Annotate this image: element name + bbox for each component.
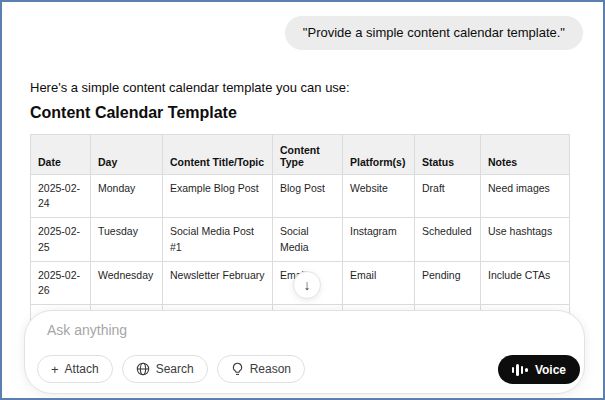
cell-notes: Use hashtags (481, 218, 570, 261)
attach-button[interactable]: + Attach (37, 355, 113, 383)
cell-title: Newsletter February (163, 261, 273, 304)
cell-type: Blog Post (273, 175, 343, 218)
table-row: 2025-02-24 Monday Example Blog Post Blog… (31, 175, 570, 218)
col-header-notes: Notes (481, 135, 570, 175)
assistant-intro-text: Here's a simple content calendar templat… (30, 80, 350, 95)
col-header-platforms: Platform(s) (343, 135, 415, 175)
table-header-row: Date Day Content Title/Topic Content Typ… (31, 135, 570, 175)
arrow-down-icon: ↓ (304, 277, 311, 293)
cell-platform: Email (343, 261, 415, 304)
cell-status: Scheduled (415, 218, 481, 261)
col-header-date: Date (31, 135, 91, 175)
cell-type: Social Media (273, 218, 343, 261)
cell-status: Pending (415, 261, 481, 304)
assistant-heading: Content Calendar Template (30, 104, 237, 122)
cell-status: Draft (415, 175, 481, 218)
col-header-day: Day (91, 135, 163, 175)
cell-platform: Instagram (343, 218, 415, 261)
col-header-title: Content Title/Topic (163, 135, 273, 175)
composer-card: + Attach Search (24, 310, 585, 394)
search-button[interactable]: Search (122, 355, 208, 383)
cell-date: 2025-02-26 (31, 261, 91, 304)
ask-anything-input[interactable] (45, 321, 475, 339)
cell-title: Example Blog Post (163, 175, 273, 218)
user-message-bubble: "Provide a simple content calendar templ… (285, 16, 583, 50)
voice-waveform-icon (512, 364, 528, 376)
composer-actions: + Attach Search (37, 355, 305, 383)
scroll-to-bottom-button[interactable]: ↓ (293, 271, 321, 299)
cell-day: Monday (91, 175, 163, 218)
lightbulb-icon (231, 362, 244, 376)
chat-window: "Provide a simple content calendar templ… (0, 0, 605, 400)
col-header-status: Status (415, 135, 481, 175)
cell-date: 2025-02-24 (31, 175, 91, 218)
cell-date: 2025-02-25 (31, 218, 91, 261)
reason-button[interactable]: Reason (217, 355, 305, 383)
cell-notes: Need images (481, 175, 570, 218)
attach-button-label: Attach (65, 362, 99, 376)
voice-button-label: Voice (535, 363, 566, 377)
col-header-type: Content Type (273, 135, 343, 175)
globe-icon (136, 362, 150, 376)
content-calendar-table: Date Day Content Title/Topic Content Typ… (30, 134, 569, 331)
cell-day: Wednesday (91, 261, 163, 304)
table-row: 2025-02-25 Tuesday Social Media Post #1 … (31, 218, 570, 261)
voice-button[interactable]: Voice (498, 355, 580, 384)
cell-platform: Website (343, 175, 415, 218)
cell-title: Social Media Post #1 (163, 218, 273, 261)
search-button-label: Search (156, 362, 194, 376)
plus-icon: + (51, 363, 59, 376)
reason-button-label: Reason (250, 362, 291, 376)
cell-notes: Include CTAs (481, 261, 570, 304)
cell-day: Tuesday (91, 218, 163, 261)
